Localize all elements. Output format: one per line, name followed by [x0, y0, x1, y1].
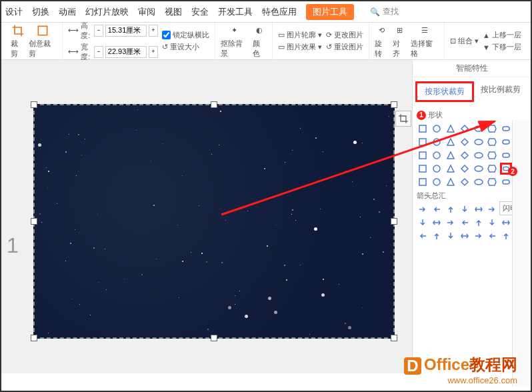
- shape-16[interactable]: [417, 149, 429, 161]
- arrow-shape-2[interactable]: [445, 203, 457, 215]
- shape-0[interactable]: [417, 123, 429, 135]
- shape-21[interactable]: [486, 149, 498, 161]
- arrow-shape-13[interactable]: [486, 217, 498, 229]
- height-input[interactable]: [105, 25, 147, 37]
- search-button[interactable]: 🔍查找: [370, 6, 399, 17]
- height-minus[interactable]: −: [94, 25, 103, 37]
- shape-8[interactable]: [417, 136, 429, 148]
- arrow-shape-3[interactable]: [459, 203, 471, 215]
- shape-2[interactable]: [445, 123, 457, 135]
- tab-4[interactable]: 审阅: [138, 6, 155, 18]
- arrow-shape-19[interactable]: [459, 230, 471, 242]
- resize-handle-tm[interactable]: [211, 101, 217, 108]
- width-plus[interactable]: +: [149, 46, 158, 58]
- resize-handle-bl[interactable]: [31, 335, 37, 341]
- reset-pic-button[interactable]: ↺重设图片: [326, 42, 363, 52]
- height-plus[interactable]: +: [149, 25, 158, 37]
- crop-tool-button[interactable]: [395, 111, 411, 127]
- arrow-shape-12[interactable]: [473, 217, 485, 229]
- width-input[interactable]: [105, 46, 147, 58]
- arrow-shape-20[interactable]: [473, 230, 485, 242]
- selected-image[interactable]: [33, 104, 395, 339]
- send-backward-button[interactable]: ▼下移一层: [483, 42, 521, 52]
- shape-25[interactable]: [431, 163, 443, 175]
- resize-handle-bm[interactable]: [211, 335, 217, 341]
- tab-5[interactable]: 视图: [165, 6, 182, 18]
- resize-handle-mr[interactable]: [391, 218, 397, 225]
- arrow-shape-14[interactable]: [500, 217, 512, 229]
- bring-forward-button[interactable]: ▲上移一层: [483, 30, 521, 40]
- align-button[interactable]: ⊞ 对齐: [393, 24, 407, 59]
- color-button[interactable]: ◐ 颜色: [253, 24, 267, 59]
- tab-8[interactable]: 特色应用: [262, 6, 297, 18]
- resize-handle-br[interactable]: [391, 335, 397, 341]
- creative-crop-button[interactable]: 创意裁剪: [29, 24, 57, 59]
- shape-18[interactable]: [445, 149, 457, 161]
- arrow-shape-11[interactable]: [459, 217, 471, 229]
- pic-outline-button[interactable]: ▭图片轮廓 ▾: [278, 30, 322, 40]
- arrow-shape-1[interactable]: [431, 203, 443, 215]
- arrow-shape-21[interactable]: [486, 230, 498, 242]
- shape-38[interactable]: [500, 176, 512, 188]
- canvas[interactable]: [1, 60, 412, 373]
- resize-handle-tr[interactable]: [391, 101, 397, 108]
- group-button[interactable]: ⊡组合 ▾: [450, 36, 479, 46]
- shape-37[interactable]: [486, 176, 498, 188]
- tab-7[interactable]: 开发工具: [218, 6, 253, 18]
- arrow-shape-4[interactable]: [473, 203, 485, 215]
- tab-9[interactable]: 图片工具: [306, 4, 354, 20]
- arrow-shape-16[interactable]: [417, 230, 429, 242]
- arrow-shape-8[interactable]: [417, 217, 429, 229]
- change-pic-button[interactable]: ⟳更改图片: [326, 30, 363, 40]
- crop-by-ratio-tab[interactable]: 按比例裁剪: [474, 81, 529, 102]
- shape-3[interactable]: [459, 123, 471, 135]
- tab-3[interactable]: 幻灯片放映: [85, 6, 129, 18]
- reset-size-button[interactable]: ↺重设大小: [162, 42, 209, 52]
- remove-bg-button[interactable]: ✦ 抠除背景: [221, 24, 249, 59]
- width-minus[interactable]: −: [94, 46, 103, 58]
- shape-26[interactable]: [445, 163, 457, 175]
- shape-22[interactable]: [500, 149, 512, 161]
- shape-5[interactable]: [486, 123, 498, 135]
- rotate-button[interactable]: ⟲ 旋转: [375, 24, 389, 59]
- arrow-shape-0[interactable]: [417, 203, 429, 215]
- shape-14[interactable]: [500, 136, 512, 148]
- tab-1[interactable]: 切换: [32, 6, 49, 18]
- tab-0[interactable]: 设计: [5, 6, 23, 18]
- tab-2[interactable]: 动画: [59, 6, 76, 18]
- shape-32[interactable]: [417, 176, 429, 188]
- crop-by-shape-tab[interactable]: 按形状裁剪: [415, 81, 474, 102]
- shape-9[interactable]: [431, 136, 443, 148]
- lock-ratio-checkbox[interactable]: 锁定纵横比: [162, 30, 209, 40]
- shape-10[interactable]: [445, 136, 457, 148]
- shape-17[interactable]: [431, 149, 443, 161]
- pic-effects-button[interactable]: ▭图片效果 ▾: [278, 42, 322, 52]
- selection-pane-button[interactable]: ☰ 选择窗格: [411, 24, 439, 59]
- arrow-shape-22[interactable]: [500, 230, 512, 242]
- shape-12[interactable]: [473, 136, 485, 148]
- shape-20[interactable]: [473, 149, 485, 161]
- resize-handle-tl[interactable]: [31, 101, 37, 108]
- arrow-shape-17[interactable]: [431, 230, 443, 242]
- tab-6[interactable]: 安全: [191, 6, 209, 18]
- shape-28[interactable]: [473, 163, 485, 175]
- shape-1[interactable]: [431, 123, 443, 135]
- shape-24[interactable]: [417, 163, 429, 175]
- shape-13[interactable]: [486, 136, 498, 148]
- shape-19[interactable]: [459, 149, 471, 161]
- resize-handle-ml[interactable]: [31, 218, 37, 225]
- shape-36[interactable]: [473, 176, 485, 188]
- shape-34[interactable]: [445, 176, 457, 188]
- shape-27[interactable]: [459, 163, 471, 175]
- arrow-shape-5[interactable]: [486, 203, 498, 215]
- shape-29[interactable]: [486, 163, 498, 175]
- crop-button[interactable]: 裁剪: [11, 24, 25, 59]
- shape-35[interactable]: [459, 176, 471, 188]
- shape-4[interactable]: [473, 123, 485, 135]
- arrow-shape-18[interactable]: [445, 230, 457, 242]
- arrow-shape-9[interactable]: [431, 217, 443, 229]
- shape-11[interactable]: [459, 136, 471, 148]
- shape-6[interactable]: [500, 123, 512, 135]
- shape-33[interactable]: [431, 176, 443, 188]
- arrow-shape-10[interactable]: [445, 217, 457, 229]
